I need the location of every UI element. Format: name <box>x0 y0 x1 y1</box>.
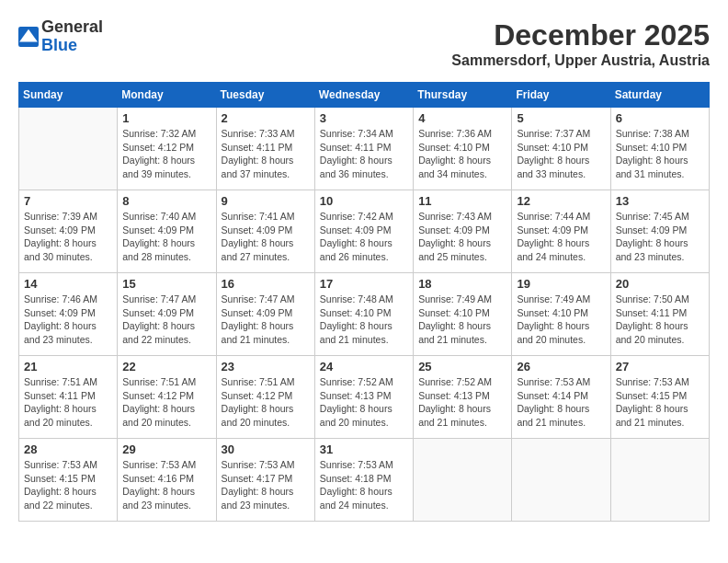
calendar-cell: 18 Sunrise: 7:49 AMSunset: 4:10 PMDaylig… <box>414 273 512 356</box>
calendar-cell: 27 Sunrise: 7:53 AMSunset: 4:15 PMDaylig… <box>610 356 709 439</box>
day-number: 27 <box>616 360 704 373</box>
day-info: Sunrise: 7:53 AMSunset: 4:14 PMDaylight:… <box>517 375 605 430</box>
day-number: 16 <box>222 277 310 291</box>
day-info: Sunrise: 7:36 AMSunset: 4:10 PMDaylight:… <box>418 127 506 181</box>
day-number: 31 <box>320 442 408 456</box>
day-number: 21 <box>24 360 112 373</box>
day-info: Sunrise: 7:47 AMSunset: 4:09 PMDaylight:… <box>122 293 210 347</box>
day-info: Sunrise: 7:34 AMSunset: 4:11 PMDaylight:… <box>320 127 408 181</box>
day-number: 6 <box>616 111 704 125</box>
calendar-cell <box>512 439 610 522</box>
calendar-cell: 20 Sunrise: 7:50 AMSunset: 4:11 PMDaylig… <box>610 273 709 356</box>
day-info: Sunrise: 7:53 AMSunset: 4:18 PMDaylight:… <box>320 458 408 512</box>
day-info: Sunrise: 7:53 AMSunset: 4:17 PMDaylight:… <box>222 458 310 512</box>
day-number: 23 <box>222 360 310 373</box>
day-number: 25 <box>418 360 506 373</box>
day-number: 4 <box>418 111 506 125</box>
day-info: Sunrise: 7:53 AMSunset: 4:15 PMDaylight:… <box>24 458 112 512</box>
header-tuesday: Tuesday <box>216 83 314 108</box>
calendar-cell <box>414 439 512 522</box>
title-section: December 2025 Sammersdorf, Upper Austria… <box>451 18 710 69</box>
calendar-cell: 28 Sunrise: 7:53 AMSunset: 4:15 PMDaylig… <box>19 439 118 522</box>
generalblue-icon <box>18 27 39 47</box>
calendar-cell: 12 Sunrise: 7:44 AMSunset: 4:09 PMDaylig… <box>512 190 610 273</box>
day-info: Sunrise: 7:48 AMSunset: 4:10 PMDaylight:… <box>320 293 408 347</box>
day-number: 17 <box>320 277 408 291</box>
header-saturday: Saturday <box>610 83 709 108</box>
calendar-cell: 31 Sunrise: 7:53 AMSunset: 4:18 PMDaylig… <box>314 439 413 522</box>
day-info: Sunrise: 7:37 AMSunset: 4:10 PMDaylight:… <box>517 127 605 181</box>
calendar-cell: 30 Sunrise: 7:53 AMSunset: 4:17 PMDaylig… <box>216 439 314 522</box>
logo-blue-text: Blue <box>41 36 77 54</box>
week-row-5: 28 Sunrise: 7:53 AMSunset: 4:15 PMDaylig… <box>19 439 710 522</box>
day-number: 20 <box>616 277 704 291</box>
calendar-cell: 7 Sunrise: 7:39 AMSunset: 4:09 PMDayligh… <box>19 190 118 273</box>
calendar-cell: 15 Sunrise: 7:47 AMSunset: 4:09 PMDaylig… <box>118 273 216 356</box>
top-area: General Blue December 2025 Sammersdorf, … <box>18 18 710 75</box>
logo-text: General Blue <box>41 18 103 55</box>
calendar-cell: 16 Sunrise: 7:47 AMSunset: 4:09 PMDaylig… <box>216 273 314 356</box>
day-info: Sunrise: 7:44 AMSunset: 4:09 PMDaylight:… <box>517 210 605 264</box>
day-info: Sunrise: 7:52 AMSunset: 4:13 PMDaylight:… <box>418 375 506 430</box>
calendar-cell: 3 Sunrise: 7:34 AMSunset: 4:11 PMDayligh… <box>314 108 413 190</box>
day-info: Sunrise: 7:33 AMSunset: 4:11 PMDaylight:… <box>222 127 310 181</box>
day-info: Sunrise: 7:49 AMSunset: 4:10 PMDaylight:… <box>517 293 605 347</box>
day-number: 7 <box>24 194 112 208</box>
day-info: Sunrise: 7:38 AMSunset: 4:10 PMDaylight:… <box>616 127 704 181</box>
day-number: 9 <box>222 194 310 208</box>
calendar-cell: 19 Sunrise: 7:49 AMSunset: 4:10 PMDaylig… <box>512 273 610 356</box>
week-row-2: 7 Sunrise: 7:39 AMSunset: 4:09 PMDayligh… <box>19 190 710 273</box>
day-number: 18 <box>418 277 506 291</box>
logo-general-text: General <box>41 17 103 36</box>
header-monday: Monday <box>118 83 216 108</box>
calendar-cell: 22 Sunrise: 7:51 AMSunset: 4:12 PMDaylig… <box>118 356 216 439</box>
week-row-4: 21 Sunrise: 7:51 AMSunset: 4:11 PMDaylig… <box>19 356 710 439</box>
day-number: 30 <box>222 442 310 456</box>
week-row-3: 14 Sunrise: 7:46 AMSunset: 4:09 PMDaylig… <box>19 273 710 356</box>
day-number: 10 <box>320 194 408 208</box>
calendar-cell: 17 Sunrise: 7:48 AMSunset: 4:10 PMDaylig… <box>314 273 413 356</box>
day-info: Sunrise: 7:42 AMSunset: 4:09 PMDaylight:… <box>320 210 408 264</box>
day-info: Sunrise: 7:32 AMSunset: 4:12 PMDaylight:… <box>122 127 210 181</box>
calendar-cell: 25 Sunrise: 7:52 AMSunset: 4:13 PMDaylig… <box>414 356 512 439</box>
day-number: 29 <box>122 442 210 456</box>
day-info: Sunrise: 7:49 AMSunset: 4:10 PMDaylight:… <box>418 293 506 347</box>
day-number: 3 <box>320 111 408 125</box>
day-info: Sunrise: 7:46 AMSunset: 4:09 PMDaylight:… <box>24 293 112 347</box>
calendar-cell <box>610 439 709 522</box>
day-number: 22 <box>122 360 210 373</box>
day-number: 13 <box>616 194 704 208</box>
day-info: Sunrise: 7:52 AMSunset: 4:13 PMDaylight:… <box>320 375 408 430</box>
calendar-cell: 11 Sunrise: 7:43 AMSunset: 4:09 PMDaylig… <box>414 190 512 273</box>
calendar-cell: 4 Sunrise: 7:36 AMSunset: 4:10 PMDayligh… <box>414 108 512 190</box>
day-info: Sunrise: 7:43 AMSunset: 4:09 PMDaylight:… <box>418 210 506 264</box>
day-info: Sunrise: 7:39 AMSunset: 4:09 PMDaylight:… <box>24 210 112 264</box>
day-number: 1 <box>122 111 210 125</box>
week-row-1: 1 Sunrise: 7:32 AMSunset: 4:12 PMDayligh… <box>19 108 710 190</box>
weekday-header-row: Sunday Monday Tuesday Wednesday Thursday… <box>19 83 710 108</box>
location-title: Sammersdorf, Upper Austria, Austria <box>451 52 710 69</box>
day-info: Sunrise: 7:41 AMSunset: 4:09 PMDaylight:… <box>222 210 310 264</box>
day-number: 12 <box>517 194 605 208</box>
header-friday: Friday <box>512 83 610 108</box>
day-number: 28 <box>24 442 112 456</box>
day-number: 15 <box>122 277 210 291</box>
day-info: Sunrise: 7:45 AMSunset: 4:09 PMDaylight:… <box>616 210 704 264</box>
calendar-cell: 1 Sunrise: 7:32 AMSunset: 4:12 PMDayligh… <box>118 108 216 190</box>
calendar-cell: 29 Sunrise: 7:53 AMSunset: 4:16 PMDaylig… <box>118 439 216 522</box>
day-info: Sunrise: 7:47 AMSunset: 4:09 PMDaylight:… <box>222 293 310 347</box>
day-number: 2 <box>222 111 310 125</box>
calendar-cell: 2 Sunrise: 7:33 AMSunset: 4:11 PMDayligh… <box>216 108 314 190</box>
calendar-cell: 26 Sunrise: 7:53 AMSunset: 4:14 PMDaylig… <box>512 356 610 439</box>
calendar-cell: 6 Sunrise: 7:38 AMSunset: 4:10 PMDayligh… <box>610 108 709 190</box>
header-sunday: Sunday <box>19 83 118 108</box>
day-number: 24 <box>320 360 408 373</box>
calendar-cell: 9 Sunrise: 7:41 AMSunset: 4:09 PMDayligh… <box>216 190 314 273</box>
day-number: 8 <box>122 194 210 208</box>
calendar-cell: 21 Sunrise: 7:51 AMSunset: 4:11 PMDaylig… <box>19 356 118 439</box>
day-number: 26 <box>517 360 605 373</box>
calendar-cell: 5 Sunrise: 7:37 AMSunset: 4:10 PMDayligh… <box>512 108 610 190</box>
day-info: Sunrise: 7:50 AMSunset: 4:11 PMDaylight:… <box>616 293 704 347</box>
day-info: Sunrise: 7:53 AMSunset: 4:16 PMDaylight:… <box>122 458 210 512</box>
day-number: 14 <box>24 277 112 291</box>
